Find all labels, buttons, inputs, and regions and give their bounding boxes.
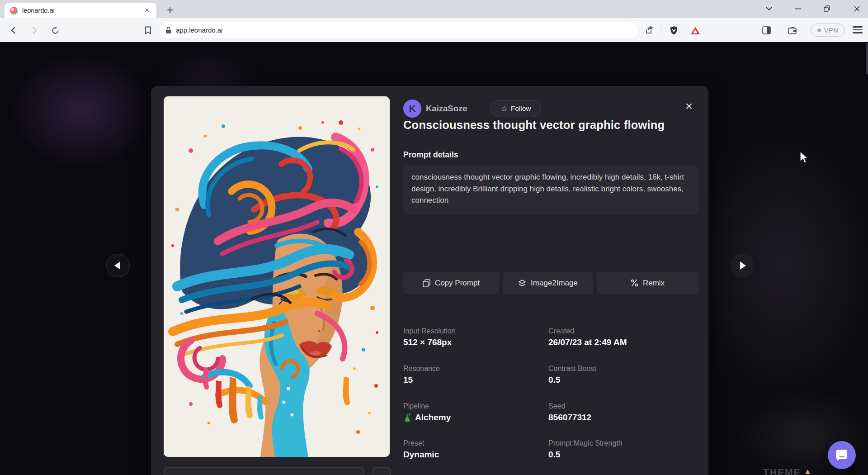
remix-icon bbox=[631, 279, 638, 287]
page-scrollbar[interactable] bbox=[866, 43, 868, 74]
leonardo-page-background: K KaizaSoze ☆ Follow × Consciousness tho… bbox=[0, 43, 868, 475]
arrow-left-icon bbox=[114, 261, 120, 270]
copy-prompt-button[interactable]: Copy Prompt bbox=[403, 272, 499, 294]
previous-image-button[interactable] bbox=[106, 254, 130, 277]
image2image-button[interactable]: Image2Image bbox=[503, 272, 593, 294]
browser-menu-icon[interactable] bbox=[853, 25, 863, 35]
detail-created: Created26/07/23 at 2:49 AM bbox=[548, 327, 684, 347]
wallet-icon[interactable] bbox=[786, 24, 799, 37]
share-icon[interactable] bbox=[642, 24, 655, 37]
address-bar[interactable]: app.leonardo.ai bbox=[159, 22, 638, 38]
copy-icon bbox=[423, 279, 430, 287]
vpn-button[interactable]: VPN bbox=[811, 24, 845, 37]
site-lock-icon bbox=[165, 27, 171, 34]
layers-icon bbox=[518, 279, 526, 287]
browser-tab[interactable]: leonardo.ai × bbox=[5, 3, 156, 18]
generation-detail-modal: K KaizaSoze ☆ Follow × Consciousness tho… bbox=[151, 86, 708, 475]
image-toolbar-strip[interactable] bbox=[164, 467, 364, 475]
detail-seed: Seed856077312 bbox=[548, 402, 684, 423]
user-avatar[interactable]: K bbox=[403, 100, 421, 118]
star-icon: ☆ bbox=[500, 104, 507, 114]
image-toolbar-button[interactable] bbox=[373, 467, 391, 475]
sidebar-toggle-icon[interactable] bbox=[760, 24, 773, 37]
bookmark-icon[interactable] bbox=[142, 24, 154, 37]
prompt-details-heading: Prompt details bbox=[403, 150, 458, 160]
user-name[interactable]: KaizaSoze bbox=[426, 100, 467, 118]
support-chat-button[interactable] bbox=[828, 441, 856, 469]
next-image-button[interactable] bbox=[731, 254, 754, 277]
follow-button[interactable]: ☆ Follow bbox=[491, 100, 541, 117]
window-minimize-button[interactable] bbox=[788, 0, 808, 17]
new-tab-button[interactable]: + bbox=[164, 4, 176, 17]
toolbar-separator bbox=[661, 26, 661, 35]
browser-toolbar: app.leonardo.ai bbox=[0, 18, 868, 42]
follow-label: Follow bbox=[511, 104, 531, 113]
generated-artwork-image[interactable] bbox=[164, 96, 390, 457]
spark-icon: ▲ bbox=[804, 467, 813, 475]
window-restore-button[interactable] bbox=[816, 0, 837, 17]
detail-prompt-magic-strength: Prompt Magic Strength0.5 bbox=[548, 439, 684, 460]
window-close-button[interactable] bbox=[846, 0, 867, 17]
url-text: app.leonardo.ai bbox=[176, 26, 222, 34]
modal-close-icon[interactable]: × bbox=[681, 99, 697, 115]
bat-triangle-icon[interactable] bbox=[689, 24, 702, 37]
detail-contrast-boost: Contrast Boost0.5 bbox=[548, 365, 684, 385]
copy-prompt-label: Copy Prompt bbox=[435, 279, 480, 288]
avatar-letter: K bbox=[409, 103, 415, 114]
vpn-status-dot bbox=[817, 28, 821, 32]
vpn-label: VPN bbox=[824, 27, 838, 34]
alchemy-flask-icon bbox=[403, 413, 411, 422]
back-button[interactable] bbox=[7, 24, 20, 37]
generation-title: Consciousness thought vector graphic flo… bbox=[403, 119, 702, 132]
leonardo-favicon-icon bbox=[10, 7, 18, 14]
browser-tabstrip: leonardo.ai × + bbox=[0, 0, 868, 18]
tab-title: leonardo.ai bbox=[22, 7, 143, 14]
arrow-right-icon bbox=[740, 261, 746, 270]
tab-close-icon[interactable]: × bbox=[143, 6, 151, 14]
remix-label: Remix bbox=[643, 279, 665, 288]
mouse-cursor bbox=[799, 151, 809, 166]
image2image-label: Image2Image bbox=[531, 279, 578, 288]
brave-shield-icon[interactable] bbox=[667, 24, 680, 37]
video-watermark: THEME ▲ bbox=[763, 467, 812, 475]
reload-button[interactable] bbox=[49, 24, 61, 37]
detail-preset: PresetDynamic bbox=[403, 439, 539, 460]
detail-pipeline: Pipeline Alchemy bbox=[403, 402, 539, 423]
chat-bubble-icon bbox=[835, 448, 849, 462]
remix-button[interactable]: Remix bbox=[597, 272, 698, 294]
tab-search-chevron-icon[interactable] bbox=[759, 0, 779, 17]
prompt-text-box[interactable]: consciousness thought vector graphic flo… bbox=[403, 166, 698, 214]
forward-button[interactable] bbox=[28, 24, 41, 37]
detail-input-resolution: Input Resolution512 × 768px bbox=[403, 327, 539, 347]
detail-resonance: Resonance15 bbox=[403, 365, 539, 385]
